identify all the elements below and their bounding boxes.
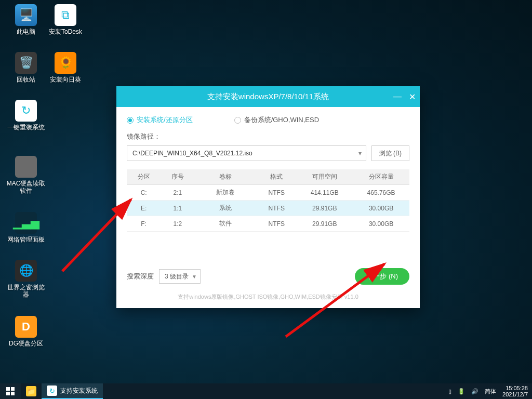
col-index: 序号	[161, 169, 194, 185]
partition-table: 分区 序号 卷标 格式 可用空间 分区容量 C:2:1新加卷NTFS414.11…	[127, 169, 409, 232]
footer-note: 支持windows原版镜像,GHOST ISO镜像,GHO,WIM,ESD镜像安…	[127, 293, 409, 301]
app-icon: ↻	[47, 385, 57, 396]
tray-network-icon[interactable]: ▯	[448, 388, 451, 395]
taskbar-installer[interactable]: ↻ 支持安装系统	[42, 383, 103, 399]
col-label: 卷标	[195, 169, 257, 185]
search-depth-label: 搜索深度	[127, 272, 154, 281]
taskbar: 📁 ↻ 支持安装系统 ▯ 🔋 🔊 简体 15:05:28 2021/12/7	[0, 383, 532, 399]
minimize-button[interactable]: —	[393, 92, 402, 101]
col-free: 可用空间	[296, 169, 353, 185]
chevron-down-icon: ▾	[358, 150, 362, 157]
svg-rect-2	[6, 387, 10, 391]
desktop-icon-todesk[interactable]: ⧉安装ToDesk	[45, 4, 86, 35]
image-path-combo[interactable]: C:\DEEPIN_WIN10_X64_Q8_V2021.12.iso ▾	[127, 145, 366, 161]
tray-ime[interactable]: 简体	[485, 388, 496, 395]
desktop-icon-reinstall[interactable]: ↻一键重装系统	[5, 100, 47, 131]
table-row[interactable]: C:2:1新加卷NTFS414.11GB465.76GB	[127, 185, 409, 201]
image-path-label: 镜像路径：	[127, 132, 409, 141]
desktop-icon-sunflower[interactable]: 🌻安装向日葵	[45, 52, 86, 83]
tray-clock[interactable]: 15:05:28 2021/12/7	[502, 385, 528, 397]
radio-install-restore[interactable]: 安装系统/还原分区	[127, 115, 193, 125]
desktop-icon-diskgenius[interactable]: DDG硬盘分区	[5, 316, 47, 347]
desktop-icon-recycle[interactable]: 🗑️回收站	[5, 52, 47, 83]
col-format: 格式	[257, 169, 296, 185]
close-button[interactable]: ✕	[409, 92, 416, 102]
svg-rect-5	[11, 392, 15, 395]
desktop-icon-theworld[interactable]: 🌐世界之窗浏览器	[5, 260, 47, 298]
search-depth-select[interactable]: 3 级目录 ▼	[159, 269, 201, 284]
svg-rect-3	[11, 387, 15, 391]
table-row[interactable]: F:1:2软件NTFS29.91GB30.00GB	[127, 216, 409, 232]
desktop-icon-netpanel[interactable]: ▁▃▅网络管理面板	[5, 212, 47, 243]
start-button[interactable]	[0, 383, 21, 399]
chevron-down-icon: ▼	[192, 274, 197, 280]
table-row[interactable]: E:1:1系统NTFS29.91GB30.00GB	[127, 201, 409, 216]
folder-icon: 📁	[26, 386, 36, 396]
taskbar-explorer[interactable]: 📁	[21, 383, 42, 399]
window-titlebar[interactable]: 支持安装windowsXP/7/8/10/11系统 — ✕	[116, 86, 420, 107]
col-partition: 分区	[127, 169, 161, 185]
radio-backup[interactable]: 备份系统/GHO,WIN,ESD	[234, 115, 319, 125]
installer-window: 支持安装windowsXP/7/8/10/11系统 — ✕ 安装系统/还原分区 …	[116, 86, 420, 308]
image-path-value: C:\DEEPIN_WIN10_X64_Q8_V2021.12.iso	[132, 150, 252, 157]
tray-battery-icon[interactable]: 🔋	[458, 388, 465, 395]
next-button[interactable]: 下一步 (N)	[355, 268, 409, 285]
svg-rect-4	[6, 392, 10, 395]
radio-dot-icon	[127, 117, 134, 124]
desktop-icon-macdisk[interactable]: MAC硬盘读取软件	[5, 156, 47, 194]
radio-dot-icon	[234, 117, 241, 124]
window-title: 支持安装windowsXP/7/8/10/11系统	[207, 92, 329, 102]
tray-volume-icon[interactable]: 🔊	[471, 388, 478, 395]
col-size: 分区容量	[353, 169, 409, 185]
desktop-icon-this-pc[interactable]: 🖥️此电脑	[5, 4, 47, 35]
browse-button[interactable]: 浏览 (B)	[371, 145, 409, 161]
